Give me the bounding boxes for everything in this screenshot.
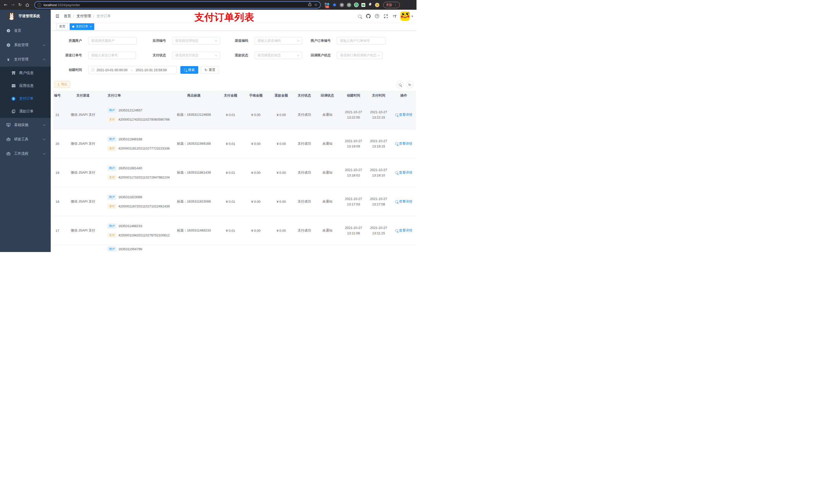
- extension-chat-icon[interactable]: [361, 3, 365, 7]
- merchant-order-no-input[interactable]: 请输入商户订单编号: [337, 37, 385, 45]
- sidebar-item-merchant-info[interactable]: 商户信息: [0, 67, 51, 79]
- browser-home-icon[interactable]: [24, 0, 31, 10]
- channel-order-no-input[interactable]: 请输入渠道订单号: [88, 51, 136, 59]
- cell-fee: ¥ 0.00: [244, 229, 267, 233]
- extension-gem-icon[interactable]: [332, 3, 337, 7]
- tag-close-icon[interactable]: ×: [90, 25, 92, 28]
- table-row: 19 微信 JSAPI 支付 商户1635311881440 支付4200001…: [53, 158, 416, 187]
- cell-pay-order: 商户1635311954796: [104, 245, 171, 251]
- fullscreen-icon[interactable]: [381, 10, 390, 23]
- col-pay-time: 支付时间: [366, 93, 391, 98]
- col-refund: 退款金额: [267, 93, 295, 98]
- cell-create-time: 2021-10-2713:11:08: [341, 225, 366, 236]
- browser-reload-icon[interactable]: ↻: [16, 0, 24, 10]
- view-detail-link[interactable]: 查看详情: [395, 141, 412, 146]
- extension-y-icon[interactable]: y: [354, 3, 359, 7]
- sidebar-item-dev-tools[interactable]: 研发工具: [0, 132, 51, 146]
- breadcrumb-pay-manage[interactable]: 支付管理: [77, 14, 91, 19]
- sidebar-item-system[interactable]: 系统管理: [0, 38, 51, 52]
- col-status: 支付状态: [295, 93, 313, 98]
- cell-status: 支付成功: [295, 141, 313, 146]
- date-range-input[interactable]: 2021-10-01 00:00:00 - 2021-10-31 23:59:5…: [88, 66, 176, 74]
- merchant-tag: 商户: [108, 166, 116, 171]
- extensions-puzzle-icon[interactable]: [368, 2, 372, 7]
- col-actions: 操作: [391, 93, 416, 98]
- toggle-search-button[interactable]: [396, 81, 404, 88]
- pay-tag: 支付: [108, 204, 116, 209]
- pay-status-select[interactable]: 请选择支付状态: [172, 51, 220, 59]
- logo-bunny-icon: [8, 12, 15, 20]
- search-icon: [395, 200, 398, 203]
- bookmark-star-icon[interactable]: ☆: [314, 3, 318, 7]
- tag-pay-order[interactable]: 支付订单 ×: [70, 23, 94, 30]
- extension-dot-icon[interactable]: [347, 3, 351, 7]
- chevron-up-icon: [43, 58, 46, 61]
- cell-pay-time: 2021-10-2713:18:10: [366, 167, 391, 178]
- avatar-caret-icon[interactable]: ▾: [411, 15, 413, 18]
- chrome-update-button[interactable]: 更新 ⋮: [383, 2, 400, 8]
- filter-label: 所属商户: [51, 39, 85, 43]
- extension-tag-manager-icon[interactable]: 10: [325, 3, 329, 7]
- filter-app: 应用编号 请选择应用信息: [135, 37, 220, 45]
- export-button[interactable]: ↓ 导出: [54, 81, 70, 88]
- date-end: 2021-10-31 23:59:59: [136, 68, 167, 72]
- tag-home[interactable]: 首页: [56, 23, 68, 30]
- help-icon[interactable]: ?: [373, 10, 381, 23]
- cell-fee: ¥ 0.00: [244, 142, 267, 146]
- cell-title: 标题：1635312124656: [171, 113, 217, 117]
- url-bar[interactable]: i localhost:1024/pay/order ☆: [34, 1, 321, 8]
- site-info-icon[interactable]: i: [38, 3, 41, 7]
- pay-tag: 支付: [108, 233, 116, 238]
- sidebar-item-label: 商户信息: [19, 71, 33, 75]
- sidebar-item-app-info[interactable]: 应用信息: [0, 79, 51, 92]
- chevron-down-icon: [43, 152, 46, 155]
- app-select[interactable]: 请选择应用信息: [172, 37, 220, 45]
- search-icon: [395, 229, 398, 232]
- view-detail-link[interactable]: 查看详情: [395, 228, 412, 233]
- cell-id: 17: [53, 229, 62, 233]
- gear-icon: [6, 43, 10, 47]
- table-icon: [11, 84, 16, 88]
- date-separator: -: [131, 68, 132, 72]
- cell-refund: ¥ 0.00: [267, 229, 295, 233]
- filter-label: 退款状态: [217, 53, 251, 57]
- profile-emoji-icon[interactable]: [375, 3, 379, 7]
- github-icon[interactable]: [364, 10, 373, 23]
- sidebar-item-refund-order[interactable]: 退款订单: [0, 105, 51, 118]
- extension-command-icon[interactable]: ⌘: [340, 3, 344, 7]
- cell-refund: ¥ 0.00: [267, 113, 295, 117]
- cell-pay-order: 商户1635311823086 支付4200001167202110271022…: [104, 195, 171, 209]
- header-search-icon[interactable]: [355, 10, 364, 23]
- sidebar-item-payment[interactable]: ¥ 支付管理: [0, 52, 51, 67]
- view-detail-link[interactable]: 查看详情: [395, 113, 412, 117]
- breadcrumb-home[interactable]: 首页: [64, 14, 71, 19]
- sidebar-item-label: 支付订单: [19, 96, 33, 101]
- sidebar-item-infrastructure[interactable]: 基础设施: [0, 118, 51, 132]
- reset-button[interactable]: ↻ 重置: [201, 66, 219, 74]
- avatar[interactable]: [400, 11, 410, 21]
- sidebar-item-pay-order[interactable]: 支付订单: [0, 92, 51, 105]
- browser-forward-icon[interactable]: →: [9, 0, 16, 10]
- cell-channel: 微信 JSAPI 支付: [62, 228, 104, 233]
- refresh-table-button[interactable]: ↻: [406, 81, 413, 88]
- sidebar-item-workflow[interactable]: 工作流程: [0, 146, 51, 161]
- browser-back-icon[interactable]: ←: [2, 0, 9, 10]
- sidebar-toggle-icon[interactable]: [55, 14, 60, 18]
- sidebar-item-home[interactable]: 首页: [0, 24, 51, 38]
- filter-label: 创建时间: [51, 68, 85, 72]
- cell-actions: 查看详情: [391, 199, 416, 204]
- pay-tag: 支付: [108, 146, 116, 151]
- view-detail-link[interactable]: 查看详情: [395, 170, 412, 175]
- browser-menu-icon[interactable]: ⋮: [394, 3, 397, 7]
- merchant-input[interactable]: 请选择所属商户: [88, 37, 137, 45]
- share-icon[interactable]: [308, 2, 312, 7]
- view-detail-link[interactable]: 查看详情: [395, 199, 412, 204]
- app-logo[interactable]: 芋道管理系统: [0, 10, 51, 23]
- filter-create-time: 创建时间 2021-10-01 00:00:00 - 2021-10-31 23…: [51, 66, 219, 74]
- cell-title: 标题：1635311881439: [171, 170, 217, 175]
- notify-status-select[interactable]: 请选择订单回调商户状态: [337, 51, 383, 59]
- sidebar-item-label: 系统管理: [14, 43, 28, 47]
- search-button[interactable]: 搜索: [180, 66, 198, 74]
- col-pay-order: 支付订单: [104, 93, 171, 98]
- font-size-icon[interactable]: TT: [390, 10, 399, 23]
